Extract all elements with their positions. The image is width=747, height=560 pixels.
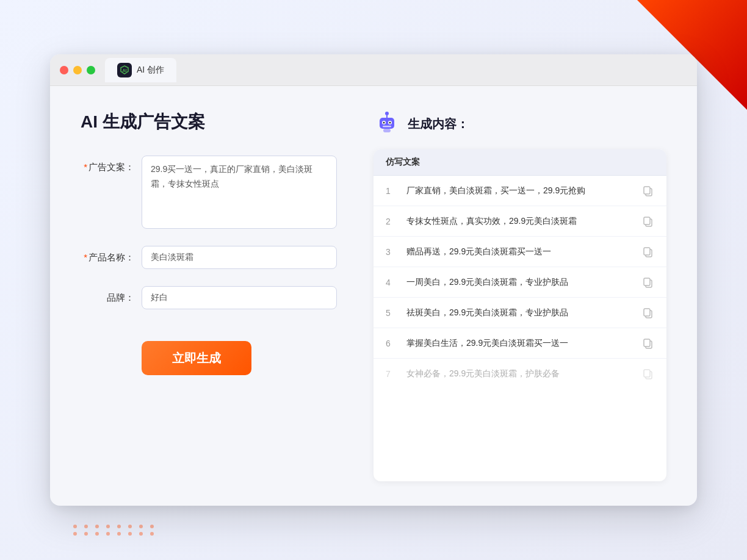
copy-icon[interactable] (642, 215, 654, 228)
ad-copy-label: *广告文案： (81, 156, 142, 173)
window-controls (60, 66, 95, 74)
result-text: 专抹女性斑点，真实功效，29.9元美白淡斑霜 (406, 215, 633, 228)
svg-rect-12 (644, 187, 650, 194)
ad-copy-required: * (84, 162, 87, 172)
maximize-button[interactable] (87, 66, 95, 74)
result-number: 3 (386, 247, 398, 257)
svg-rect-14 (644, 217, 650, 224)
result-item: 2 专抹女性斑点，真实功效，29.9元美白淡斑霜 (374, 206, 666, 237)
main-content: AI 生成广告文案 *广告文案： 29.9买一送一，真正的厂家直销，美白淡斑霜，… (50, 86, 697, 506)
copy-icon[interactable] (642, 246, 654, 258)
copy-icon[interactable] (642, 276, 654, 289)
product-name-input[interactable]: 美白淡斑霜 (142, 246, 337, 269)
svg-rect-22 (644, 339, 650, 346)
brand-input[interactable]: 好白 (142, 286, 337, 309)
result-item: 1 厂家直销，美白淡斑霜，买一送一，29.9元抢购 (374, 176, 666, 206)
results-list: 1 厂家直销，美白淡斑霜，买一送一，29.9元抢购 2 专抹女性斑点，真实功效，… (374, 176, 666, 389)
product-name-group: *产品名称： 美白淡斑霜 (81, 246, 337, 269)
result-text: 赠品再送，29.9元美白淡斑霜买一送一 (406, 245, 633, 258)
right-header: 生成内容： (374, 110, 666, 137)
result-item: 4 一周美白，29.9元美白淡斑霜，专业护肤品 (374, 267, 666, 298)
generate-button[interactable]: 立即生成 (142, 341, 251, 375)
tab-ai-icon: AI (117, 63, 132, 77)
brand-label: 品牌： (81, 286, 142, 304)
copy-icon[interactable] (642, 337, 654, 350)
svg-rect-20 (644, 309, 650, 316)
svg-rect-24 (644, 370, 650, 377)
robot-icon (374, 110, 400, 137)
minimize-button[interactable] (73, 66, 82, 74)
product-name-label: *产品名称： (81, 246, 142, 264)
svg-point-7 (383, 122, 385, 124)
copy-icon[interactable] (642, 185, 654, 197)
ad-copy-group: *广告文案： 29.9买一送一，真正的厂家直销，美白淡斑霜，专抹女性斑点 (81, 156, 337, 229)
results-container: 仿写文案 1 厂家直销，美白淡斑霜，买一送一，29.9元抢购 2 专抹女性斑点，… (374, 149, 666, 481)
result-item: 5 祛斑美白，29.9元美白淡斑霜，专业护肤品 (374, 298, 666, 328)
svg-rect-16 (644, 248, 650, 255)
result-item: 3 赠品再送，29.9元美白淡斑霜买一送一 (374, 237, 666, 267)
result-number: 1 (386, 186, 398, 196)
result-text: 女神必备，29.9元美白淡斑霜，护肤必备 (406, 367, 633, 380)
result-text: 掌握美白生活，29.9元美白淡斑霜买一送一 (406, 337, 633, 350)
svg-point-2 (385, 112, 389, 115)
right-panel: 生成内容： 仿写文案 1 厂家直销，美白淡斑霜，买一送一，29.9元抢购 2 专… (374, 110, 666, 481)
browser-tab[interactable]: AI AI 创作 (105, 58, 176, 82)
result-item: 6 掌握美白生活，29.9元美白淡斑霜买一送一 (374, 328, 666, 359)
brand-group: 品牌： 好白 (81, 286, 337, 309)
left-panel: AI 生成广告文案 *广告文案： 29.9买一送一，真正的厂家直销，美白淡斑霜，… (81, 110, 337, 481)
result-number: 5 (386, 308, 398, 318)
result-text: 厂家直销，美白淡斑霜，买一送一，29.9元抢购 (406, 184, 633, 197)
svg-text:AI: AI (123, 68, 127, 73)
result-text: 祛斑美白，29.9元美白淡斑霜，专业护肤品 (406, 306, 633, 319)
svg-rect-10 (383, 129, 391, 132)
result-number: 6 (386, 339, 398, 348)
decorative-dots (73, 525, 157, 536)
result-item: 7 女神必备，29.9元美白淡斑霜，护肤必备 (374, 359, 666, 389)
result-number: 7 (386, 369, 398, 379)
result-number: 4 (386, 278, 398, 287)
product-name-required: * (84, 252, 87, 262)
result-number: 2 (386, 217, 398, 226)
copy-icon[interactable] (642, 307, 654, 319)
right-title: 生成内容： (408, 116, 469, 132)
svg-rect-9 (383, 126, 391, 127)
svg-rect-18 (644, 278, 650, 285)
page-title: AI 生成广告文案 (81, 110, 337, 134)
results-header: 仿写文案 (374, 149, 666, 176)
title-bar: AI AI 创作 (50, 54, 697, 86)
result-text: 一周美白，29.9元美白淡斑霜，专业护肤品 (406, 276, 633, 289)
close-button[interactable] (60, 66, 68, 74)
copy-icon[interactable] (642, 368, 654, 380)
ad-copy-input[interactable]: 29.9买一送一，真正的厂家直销，美白淡斑霜，专抹女性斑点 (142, 156, 337, 229)
browser-window: AI AI 创作 AI 生成广告文案 *广告文案： 29.9买一送一，真正的厂家… (50, 54, 697, 506)
svg-point-8 (389, 122, 391, 124)
tab-label: AI 创作 (137, 65, 164, 76)
